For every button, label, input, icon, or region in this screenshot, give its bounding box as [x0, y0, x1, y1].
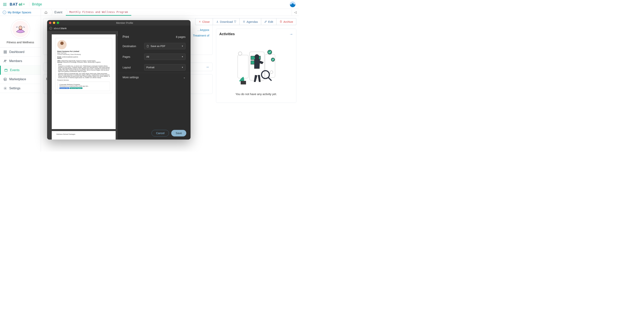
sidebar-item-label: Marketplace [9, 78, 26, 81]
scrollbar[interactable] [117, 31, 118, 36]
ps-heading: Product & Services [57, 79, 110, 81]
sidebar-item-settings[interactable]: Settings [0, 84, 41, 93]
preview-page-1: Batoi Systems Pvt Limited Batoi Test Use… [52, 34, 116, 129]
preview-page-2: Wellness Retreat Packages [52, 131, 116, 140]
destination-value: Save as PDF [150, 45, 166, 48]
chevron-down-icon: ⌄ [183, 76, 186, 79]
back-to-spaces[interactable]: My Bridge Spaces [0, 9, 41, 16]
activities-empty-text: You do not have any activity yet. [236, 92, 277, 96]
window-maximize-icon[interactable] [57, 22, 59, 24]
agendas-button[interactable]: Agendas [240, 18, 261, 25]
window-close-icon[interactable] [49, 22, 51, 24]
download-button[interactable]: Download ▽ [213, 18, 240, 25]
download-icon [216, 20, 219, 23]
trash-icon [280, 20, 282, 23]
svg-rect-1 [4, 51, 5, 52]
about-heading: About [58, 64, 110, 65]
svg-point-21 [238, 52, 242, 55]
breadcrumb-bar: My Bridge Spaces Event Monthly Fitness a… [0, 9, 299, 16]
tag-pill: Exclusive Offers [60, 87, 69, 89]
breadcrumb-home[interactable] [41, 9, 51, 16]
url-rest: blank [60, 27, 66, 30]
brand-logo[interactable]: BAT⌾I® [10, 2, 25, 7]
gear-icon [4, 87, 7, 90]
email-label: Email: [57, 56, 62, 58]
user-avatar[interactable] [290, 2, 296, 7]
archive-button[interactable]: Archive [276, 18, 296, 25]
sidebar-item-dashboard[interactable]: Dashboard [0, 48, 41, 57]
activities-card: Activities → [216, 29, 296, 103]
sidebar-item-marketplace[interactable]: Marketplace [0, 75, 41, 84]
profile-photo [57, 40, 66, 49]
sidebar-item-label: Dashboard [9, 50, 24, 54]
svg-point-5 [4, 60, 6, 61]
layout-select[interactable]: Portrait ▼ [144, 64, 186, 71]
offer-label: Offer: [57, 60, 61, 62]
svg-point-16 [268, 50, 272, 54]
bridge-label[interactable]: Bridge [29, 2, 42, 6]
svg-rect-10 [238, 55, 248, 78]
print-settings: Print 8 pages Destination Save as PDF ▼ … [118, 31, 190, 140]
breadcrumb-event[interactable]: Event [51, 9, 66, 16]
print-dialog: Member Profile i about:blank Batoi Syste… [47, 20, 190, 140]
caret-down-icon: ▽ [234, 20, 236, 23]
window-minimize-icon[interactable] [53, 22, 55, 24]
edit-button[interactable]: Edit [261, 18, 276, 25]
svg-point-8 [5, 88, 6, 89]
lotus-avatar-icon [14, 22, 28, 36]
destination-select[interactable]: Save as PDF ▼ [144, 43, 186, 49]
svg-rect-4 [6, 52, 6, 53]
sidebar-item-events[interactable]: Events [0, 66, 41, 75]
more-settings-toggle[interactable]: More settings ⌄ [118, 73, 190, 82]
ps-card1-title: Corporate Wellness Programs [60, 84, 108, 85]
dashboard-icon [4, 50, 7, 54]
button-label: Agendas [246, 20, 258, 23]
activities-title: Activities [219, 32, 235, 36]
caret-down-icon: ▼ [182, 56, 184, 58]
button-label: Edit [268, 20, 273, 23]
destination-label: Destination [122, 45, 142, 48]
workspace-avatar [11, 19, 30, 39]
email-value: conference@batoi.systems [62, 56, 78, 58]
print-preview: Batoi Systems Pvt Limited Batoi Test Use… [47, 31, 118, 140]
file-icon [146, 45, 149, 48]
more-settings-label: More settings [122, 76, 139, 79]
sidebar-item-label: Members [9, 59, 22, 63]
action-buttons: Close Download ▽ Agendas Edit Arch [216, 18, 296, 25]
offer-value: Networking Opportunity, Support & Advice… [62, 60, 95, 62]
interest-value: Resource & Exchange, Exclusive Offers, M… [63, 62, 101, 63]
tag-pill: Mentorship Programs [70, 87, 82, 89]
pages-value: All [146, 55, 149, 58]
close-button[interactable]: Close [195, 18, 213, 25]
menu-icon[interactable] [3, 3, 6, 6]
arrow-right-icon[interactable]: → [289, 32, 293, 36]
button-label: Close [202, 20, 210, 23]
button-label: Download [220, 20, 233, 23]
save-button[interactable]: Save [171, 130, 186, 136]
svg-rect-13 [251, 56, 255, 60]
store-icon [4, 78, 7, 81]
edit-icon [264, 20, 267, 23]
pages-select[interactable]: All ▼ [144, 54, 186, 60]
interest-label: Interest: [57, 62, 63, 63]
close-icon [198, 20, 201, 23]
svg-rect-2 [6, 51, 6, 52]
user-name: Batoi Test User [57, 52, 110, 54]
calendar-icon [4, 68, 8, 72]
info-icon: i [50, 27, 52, 30]
arrow-right-icon[interactable]: → [206, 65, 209, 69]
back-to-spaces-label: My Bridge Spaces [8, 11, 31, 14]
print-title: Print [122, 35, 129, 39]
window-title: Member Profile [60, 22, 188, 24]
cancel-button[interactable]: Cancel [152, 130, 169, 136]
url-prefix: about: [54, 27, 60, 30]
list-icon [243, 20, 245, 23]
pages-label: Pages [122, 55, 142, 58]
layout-value: Portrait [146, 66, 154, 69]
sidebar-item-members[interactable]: Members [0, 57, 41, 66]
button-label: Archive [284, 20, 293, 23]
nav-back-icon[interactable]: ◁ [292, 9, 299, 16]
ps-card2-title: Wellness Retreat Packages [56, 133, 111, 135]
home-icon [44, 11, 48, 14]
about-para1: Praesent a convallis eros, ut rutrum sem… [58, 65, 110, 72]
